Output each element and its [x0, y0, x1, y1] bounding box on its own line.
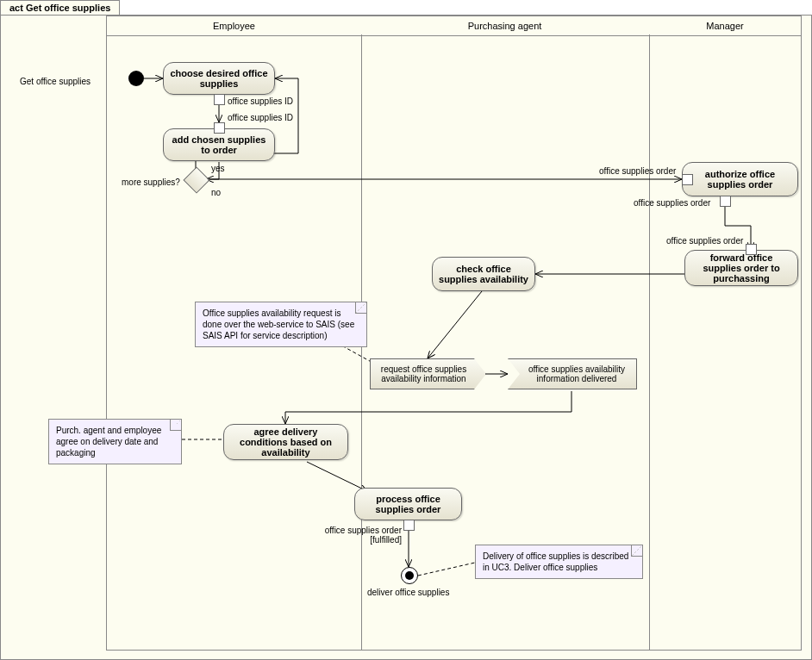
final-node-inner	[405, 571, 414, 580]
diagram-title: Get office supplies	[26, 3, 110, 13]
pin-choose-out	[214, 94, 225, 105]
swimlane-manager-body	[649, 34, 802, 651]
pin-add-in	[214, 122, 225, 134]
activity-agree: agree delivery conditions based on avail…	[223, 424, 348, 460]
pin-authorize-out-label: office supplies order	[634, 198, 710, 208]
swimlane-employee-header: Employee	[106, 16, 362, 36]
pin-process-out	[403, 520, 415, 531]
diagram-tab: act Get office supplies	[0, 0, 120, 15]
pin-authorize-in	[682, 174, 693, 185]
decision-yes: yes	[211, 164, 225, 173]
activity-authorize: authorize office supplies order	[682, 162, 798, 196]
decision-label: more supplies?	[122, 177, 180, 187]
pin-process-out-label: office supplies order [fulfilled]	[324, 526, 402, 545]
pin-forward-in-label: office supplies order	[666, 236, 743, 246]
pin-authorize-out	[720, 196, 731, 207]
pin-forward-in	[746, 244, 757, 255]
signal-delivered: office supplies availability information…	[508, 358, 637, 389]
note-sais: Office supplies availability request is …	[195, 302, 367, 347]
initial-node	[128, 71, 144, 86]
diagram-prefix: act	[9, 3, 23, 13]
signal-request: request office supplies availability inf…	[370, 358, 486, 389]
swimlane-purchasing-header: Purchasing agent	[360, 16, 650, 36]
pin-authorize-in-label: office supplies order	[599, 166, 676, 176]
note-deliver: Delivery of office supplies is described…	[475, 545, 643, 579]
note-agree: Purch. agent and employee agree on deliv…	[48, 419, 182, 464]
activity-diagram-frame: Employee Purchasing agent Manager	[0, 15, 812, 660]
final-node	[401, 567, 418, 584]
activity-process: process office supplies order	[354, 488, 462, 520]
initial-label: Get office supplies	[20, 77, 91, 86]
activity-forward: forward office supplies order to purchas…	[684, 250, 798, 286]
activity-choose: choose desired office supplies	[163, 62, 275, 95]
pin-choose-out-label: office supplies ID	[228, 97, 293, 106]
activity-check: check office supplies availability	[432, 257, 535, 291]
pin-add-in-label: office supplies ID	[228, 113, 293, 122]
swimlane-manager-header: Manager	[649, 16, 802, 36]
final-label: deliver office supplies	[367, 588, 449, 597]
decision-no: no	[211, 188, 221, 197]
